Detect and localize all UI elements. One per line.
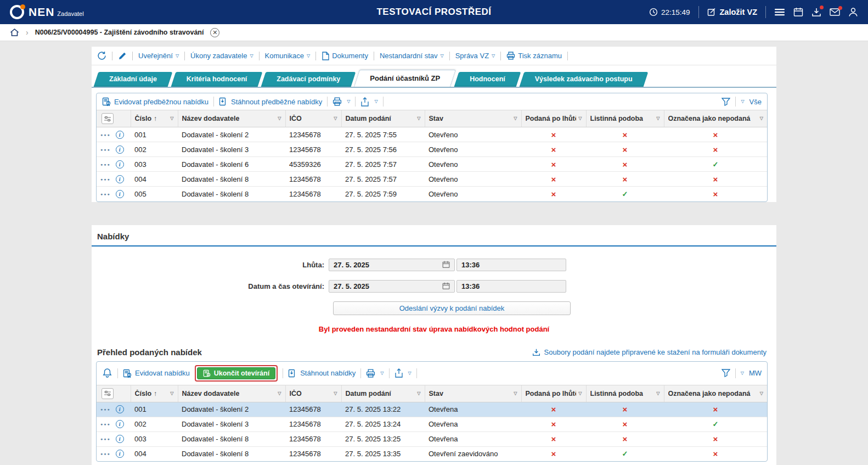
column-header-podana-po-lhute[interactable]: Podaná po lhůtě▽ xyxy=(521,110,586,127)
tab[interactable]: Hodnocení xyxy=(456,72,518,87)
info-icon[interactable]: i xyxy=(116,145,124,154)
home-icon[interactable] xyxy=(10,28,19,37)
ukoncit-otevirani-button[interactable]: Ukončit otevírání xyxy=(197,367,275,379)
column-filter-icon[interactable]: ▽ xyxy=(278,391,281,396)
column-filter-icon[interactable]: ▽ xyxy=(656,116,660,121)
column-settings-icon[interactable] xyxy=(102,388,114,399)
column-header-datum[interactable]: Datum podání▽ xyxy=(341,110,425,127)
downloads-icon[interactable] xyxy=(811,7,821,17)
column-header-nazev[interactable]: Název dodavatele▽ xyxy=(178,385,285,402)
info-icon[interactable]: i xyxy=(116,420,124,428)
calendar-icon[interactable] xyxy=(442,282,450,290)
tab[interactable]: Výsledek zadávacího postupu xyxy=(522,72,646,87)
lhuta-date-input[interactable]: 27. 5. 2025 xyxy=(329,259,455,271)
table-row[interactable]: ●●●i 001 Dodavatel - školení 2 12345678 … xyxy=(97,127,767,142)
tab[interactable]: Podání účastníků ZP xyxy=(357,70,453,87)
bell-icon[interactable] xyxy=(102,368,112,378)
column-filter-icon[interactable]: ▽ xyxy=(760,391,763,396)
menu-komunikace[interactable]: Komunikace▽ xyxy=(265,52,311,60)
tab[interactable]: Základní údaje xyxy=(96,72,170,87)
column-filter-icon[interactable]: ▽ xyxy=(417,116,420,121)
table-row[interactable]: ●●●i 005 Dodavatel - školení 8 12345678 … xyxy=(97,187,767,201)
chevron-down-icon[interactable]: ▽ xyxy=(741,99,744,104)
export-icon[interactable] xyxy=(394,368,403,378)
chevron-down-icon[interactable]: ▽ xyxy=(374,99,377,104)
column-filter-icon[interactable]: ▽ xyxy=(278,116,281,121)
menu-uverejneni[interactable]: Uveřejnění▽ xyxy=(138,52,179,60)
column-filter-icon[interactable]: ▽ xyxy=(578,116,582,121)
column-header-ico[interactable]: IČO▽ xyxy=(285,385,341,402)
nen-logo[interactable] xyxy=(10,5,24,19)
row-menu-icon[interactable]: ●●● xyxy=(100,148,111,152)
stahnout-nabidky-button[interactable]: Stáhnout nabídky xyxy=(288,369,356,378)
mail-icon[interactable] xyxy=(830,8,840,16)
menu-ukony-zadavatele[interactable]: Úkony zadavatele▽ xyxy=(190,52,253,60)
table-row[interactable]: ●●●i 001 Dodavatel - školení 2 12345678 … xyxy=(97,402,767,417)
otevirani-time-input[interactable]: 13:36 xyxy=(456,280,566,293)
odeslani-vyzvy-button[interactable]: Odeslání výzvy k podání nabídek xyxy=(333,301,571,315)
info-icon[interactable]: i xyxy=(116,190,124,198)
column-header-cislo[interactable]: Číslo↑▽ xyxy=(131,385,178,402)
lhuta-time-input[interactable]: 13:36 xyxy=(456,259,566,271)
info-icon[interactable]: i xyxy=(116,450,124,458)
edit-icon[interactable] xyxy=(118,52,127,60)
column-header-oznacena-nepodana[interactable]: Označena jako nepodaná▽ xyxy=(664,110,767,127)
column-filter-icon[interactable]: ▽ xyxy=(514,116,517,121)
menu-sprava-vz[interactable]: Správa VZ▽ xyxy=(455,52,495,60)
chevron-down-icon[interactable]: ▽ xyxy=(408,371,412,376)
table-row[interactable]: ●●●i 004 Dodavatel - školení 8 12345678 … xyxy=(97,172,767,187)
column-header-nazev[interactable]: Název dodavatele▽ xyxy=(178,110,285,127)
tab[interactable]: Kritéria hodnocení xyxy=(173,72,260,87)
chevron-down-icon[interactable]: ▽ xyxy=(380,371,384,376)
filter-icon[interactable] xyxy=(722,98,730,106)
column-filter-icon[interactable]: ▽ xyxy=(334,116,337,121)
column-filter-icon[interactable]: ▽ xyxy=(656,391,660,396)
column-header-stav[interactable]: Stav▽ xyxy=(425,385,521,402)
print-icon[interactable] xyxy=(366,369,375,378)
tab[interactable]: Zadávací podmínky xyxy=(263,72,353,87)
row-menu-icon[interactable]: ●●● xyxy=(100,177,111,181)
soubory-podani-link[interactable]: Soubory podání najdete připravené ke sta… xyxy=(532,348,766,356)
view-selector[interactable]: MW xyxy=(749,369,762,377)
chevron-down-icon[interactable]: ▽ xyxy=(347,99,350,104)
column-header-oznacena-nepodana[interactable]: Označena jako nepodaná▽ xyxy=(664,385,767,402)
info-icon[interactable]: i xyxy=(116,131,124,139)
calendar-icon[interactable] xyxy=(793,7,803,17)
row-menu-icon[interactable]: ●●● xyxy=(100,192,111,196)
column-header-stav[interactable]: Stav▽ xyxy=(425,110,521,127)
menu-nestandardni-stav[interactable]: Nestandardní stav▽ xyxy=(380,52,444,60)
otevirani-date-input[interactable]: 27. 5. 2025 xyxy=(329,280,455,293)
column-header-podana-po-lhute[interactable]: Podaná po lhůtě▽ xyxy=(521,385,586,402)
table-row[interactable]: ●●●i 004 Dodavatel - školení 8 12345678 … xyxy=(97,446,767,461)
view-selector[interactable]: Vše xyxy=(749,98,762,106)
column-filter-icon[interactable]: ▽ xyxy=(760,116,763,121)
column-header-cislo[interactable]: Číslo↑▽ xyxy=(131,110,178,127)
row-menu-icon[interactable]: ●●● xyxy=(100,422,111,426)
menu-dokumenty[interactable]: Dokumenty xyxy=(322,52,368,60)
table-row[interactable]: ●●●i 002 Dodavatel - školení 3 12345678 … xyxy=(97,417,767,432)
export-icon[interactable] xyxy=(360,97,369,107)
info-icon[interactable]: i xyxy=(116,175,124,183)
column-filter-icon[interactable]: ▽ xyxy=(514,391,517,396)
column-settings-icon[interactable] xyxy=(102,113,114,124)
table-row[interactable]: ●●●i 003 Dodavatel - školení 8 12345678 … xyxy=(97,432,767,446)
info-icon[interactable]: i xyxy=(116,160,124,169)
column-filter-icon[interactable]: ▽ xyxy=(417,391,420,396)
close-record-icon[interactable]: ✕ xyxy=(210,28,219,37)
row-menu-icon[interactable]: ●●● xyxy=(100,452,111,456)
calendar-icon[interactable] xyxy=(442,261,450,268)
row-menu-icon[interactable]: ●●● xyxy=(100,133,111,137)
user-icon[interactable] xyxy=(848,7,858,17)
table-row[interactable]: ●●●i 002 Dodavatel - školení 3 12345678 … xyxy=(97,142,767,157)
evidovat-predbeznou-nabidku-button[interactable]: Evidovat předběžnou nabídku xyxy=(102,97,208,106)
column-filter-icon[interactable]: ▽ xyxy=(170,391,173,396)
create-vz-button[interactable]: Založit VZ xyxy=(707,8,757,16)
row-menu-icon[interactable]: ●●● xyxy=(100,163,111,166)
stahnout-predbezne-nabidky-button[interactable]: Stáhnout předběžné nabídky xyxy=(219,97,322,106)
column-filter-icon[interactable]: ▽ xyxy=(578,391,582,396)
table-row[interactable]: ●●●i 003 Dodavatel - školení 6 45359326 … xyxy=(97,157,767,172)
breadcrumb-record[interactable]: N006/25/V00004995 - Zajištění závodního … xyxy=(35,29,204,36)
column-header-listinna-podoba[interactable]: Listinná podoba▽ xyxy=(586,385,664,402)
print-icon[interactable] xyxy=(332,97,342,106)
column-filter-icon[interactable]: ▽ xyxy=(170,116,173,121)
